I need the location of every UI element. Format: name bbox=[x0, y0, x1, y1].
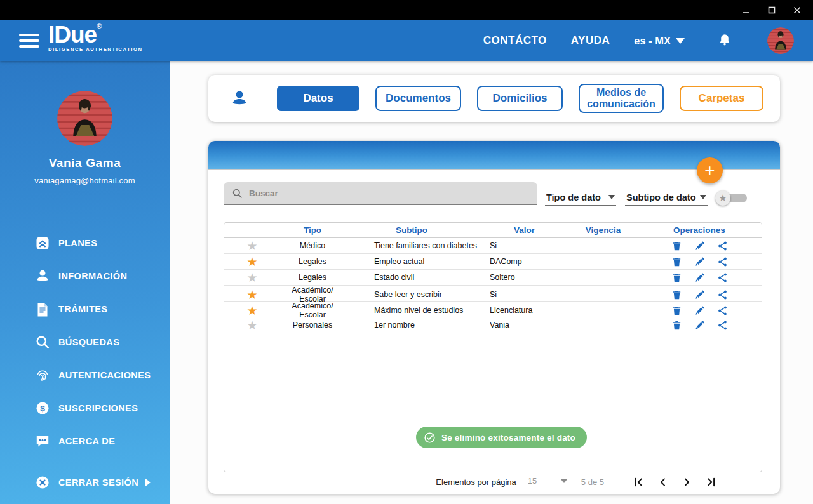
tab-bar-buttons: DatosDocumentosDomiciliosMedios de comun… bbox=[277, 84, 763, 112]
header-subtipo: Subtipo bbox=[345, 225, 478, 235]
sidebar-item-label: PLANES bbox=[58, 238, 97, 248]
delete-icon[interactable] bbox=[671, 320, 682, 331]
header-avatar[interactable] bbox=[767, 27, 794, 54]
person-icon bbox=[35, 269, 50, 284]
maximize-icon[interactable] bbox=[763, 2, 780, 18]
bell-icon[interactable] bbox=[718, 33, 732, 48]
pagination-label: Elementos por página bbox=[436, 477, 516, 487]
share-icon[interactable] bbox=[717, 272, 728, 283]
tab-carpetas[interactable]: Carpetas bbox=[680, 86, 763, 111]
cell-subtipo: Sabe leer y escribir bbox=[345, 290, 478, 299]
tab-documentos[interactable]: Documentos bbox=[375, 86, 461, 111]
last-page-icon[interactable] bbox=[706, 477, 716, 487]
app-header: IDue® DILIGENCE AUTHENTICATION CONTÁCTO … bbox=[0, 20, 813, 61]
contact-link[interactable]: CONTÁCTO bbox=[483, 34, 547, 47]
cell-tipo: Legales bbox=[280, 273, 345, 282]
sidebar-item-acerca-de[interactable]: ACERCA DE bbox=[0, 425, 170, 458]
sidebar-item-planes[interactable]: PLANES bbox=[0, 227, 170, 260]
minimize-icon[interactable] bbox=[738, 2, 755, 18]
delete-icon[interactable] bbox=[671, 272, 682, 283]
first-page-icon[interactable] bbox=[633, 477, 644, 487]
check-circle-icon bbox=[424, 432, 436, 444]
profile-avatar bbox=[57, 91, 112, 146]
cell-valor: Vania bbox=[478, 321, 570, 329]
subtipo-de-dato-dropdown[interactable]: Subtipo de dato bbox=[625, 189, 708, 206]
toast-message: Se eliminó exitosamente el dato bbox=[441, 433, 575, 442]
cell-operaciones bbox=[636, 256, 762, 267]
cell-valor: Si bbox=[478, 241, 570, 250]
favorite-star-icon[interactable]: ★ bbox=[224, 305, 280, 317]
favorite-star-icon[interactable]: ★ bbox=[224, 289, 280, 301]
favorites-toggle[interactable]: ★ bbox=[715, 190, 749, 206]
favorite-star-icon[interactable]: ★ bbox=[224, 319, 280, 331]
search-bar bbox=[224, 182, 537, 205]
edit-icon[interactable] bbox=[694, 272, 705, 283]
table-row: ★LegalesEstado civilSoltero bbox=[224, 270, 762, 286]
header-operaciones: Operaciones bbox=[636, 225, 762, 235]
header-vigencia: Vigencia bbox=[570, 225, 636, 235]
sidebar-item-label: INFORMACIÓN bbox=[58, 271, 127, 281]
pagination: Elementos por página 15 5 de 5 bbox=[208, 470, 780, 494]
cell-subtipo: Estado civil bbox=[345, 273, 478, 282]
share-icon[interactable] bbox=[717, 241, 728, 251]
share-icon[interactable] bbox=[717, 305, 728, 316]
pagination-nav bbox=[633, 477, 716, 487]
success-toast: Se eliminó exitosamente el dato bbox=[416, 427, 587, 448]
sidebar-item-tramites[interactable]: TRÁMITES bbox=[0, 293, 170, 326]
edit-icon[interactable] bbox=[694, 289, 705, 300]
tab-domicilios[interactable]: Domicilios bbox=[477, 86, 563, 111]
cell-subtipo: Tiene familiares con diabetes bbox=[345, 241, 478, 250]
favorite-star-icon[interactable]: ★ bbox=[224, 272, 280, 284]
page-size-value: 15 bbox=[528, 476, 537, 486]
subtipo-filter-label: Subtipo de dato bbox=[626, 192, 696, 202]
header-nav: CONTÁCTO AYUDA es - MX bbox=[483, 20, 813, 61]
edit-icon[interactable] bbox=[694, 256, 705, 267]
plans-icon bbox=[35, 235, 50, 251]
window-titlebar bbox=[0, 0, 813, 20]
edit-icon[interactable] bbox=[694, 241, 705, 251]
favorite-star-icon[interactable]: ★ bbox=[224, 240, 280, 252]
cell-tipo: Académico/ Escolar bbox=[280, 286, 345, 303]
logo-tagline: DILIGENCE AUTHENTICATION bbox=[48, 47, 143, 52]
cell-valor: Si bbox=[478, 290, 570, 299]
cell-valor: Licenciatura bbox=[478, 306, 570, 315]
favorite-star-icon[interactable]: ★ bbox=[224, 256, 280, 268]
tab-medios-de-comunicacion[interactable]: Medios de comunicación bbox=[579, 84, 664, 112]
next-page-icon[interactable] bbox=[682, 477, 692, 487]
share-icon[interactable] bbox=[717, 320, 728, 331]
cell-subtipo: 1er nombre bbox=[345, 321, 478, 329]
sidebar-item-cerrar-sesion[interactable]: CERRAR SESIÓN bbox=[0, 467, 170, 498]
delete-icon[interactable] bbox=[671, 289, 682, 300]
cell-tipo: Médico bbox=[280, 241, 345, 250]
sidebar-item-busquedas[interactable]: BÚSQUEDAS bbox=[0, 326, 170, 359]
share-icon[interactable] bbox=[717, 256, 728, 267]
close-icon[interactable] bbox=[789, 2, 805, 18]
share-icon[interactable] bbox=[717, 289, 728, 300]
page-range: 5 de 5 bbox=[581, 477, 604, 487]
add-button[interactable]: + bbox=[697, 157, 723, 183]
help-link[interactable]: AYUDA bbox=[571, 34, 610, 47]
page-size-select[interactable]: 15 bbox=[524, 476, 570, 487]
sidebar-item-label: AUTENTICACIONES bbox=[58, 370, 151, 380]
delete-icon[interactable] bbox=[671, 305, 682, 316]
delete-icon[interactable] bbox=[671, 256, 682, 267]
tipo-de-dato-dropdown[interactable]: Tipo de dato bbox=[545, 189, 616, 206]
edit-icon[interactable] bbox=[694, 320, 705, 331]
search-input[interactable] bbox=[249, 189, 516, 198]
edit-icon[interactable] bbox=[694, 305, 705, 316]
document-icon bbox=[35, 302, 50, 317]
language-selector[interactable]: es - MX bbox=[634, 35, 685, 47]
svg-text:$: $ bbox=[40, 404, 45, 413]
dollar-icon: $ bbox=[35, 401, 50, 416]
delete-icon[interactable] bbox=[671, 241, 682, 251]
sidebar-item-autenticaciones[interactable]: AUTENTICACIONES bbox=[0, 359, 170, 392]
sidebar-item-suscripciones[interactable]: $SUSCRIPCIONES bbox=[0, 392, 170, 425]
sidebar-item-informacion[interactable]: INFORMACIÓN bbox=[0, 260, 170, 293]
panel-header bbox=[208, 141, 780, 170]
cell-operaciones bbox=[636, 272, 762, 283]
tab-datos[interactable]: Datos bbox=[277, 86, 359, 111]
cell-subtipo: Máximo nivel de estudios bbox=[345, 306, 478, 315]
menu-icon[interactable] bbox=[19, 34, 39, 48]
previous-page-icon[interactable] bbox=[657, 477, 668, 487]
table-row: ★Académico/ EscolarSabe leer y escribirS… bbox=[224, 286, 762, 302]
